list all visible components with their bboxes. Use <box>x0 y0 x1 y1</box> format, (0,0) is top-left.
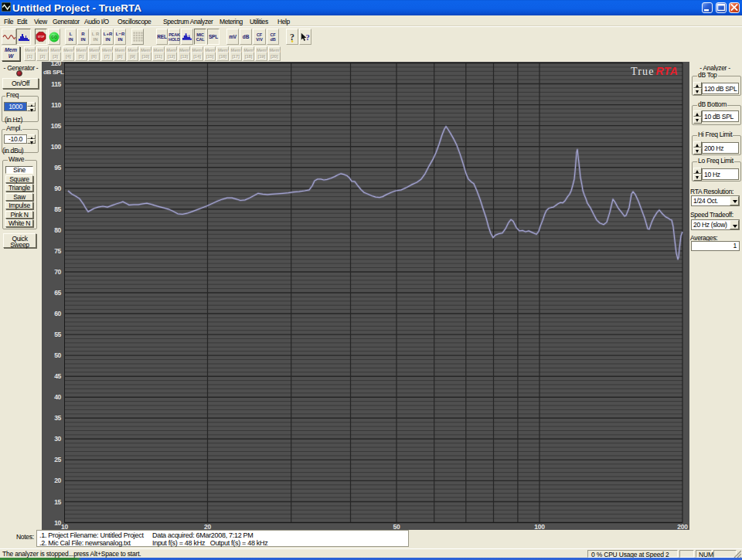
svg-text:15: 15 <box>54 498 61 506</box>
svg-text:120: 120 <box>51 62 62 67</box>
svg-text:40: 40 <box>54 393 61 401</box>
svg-text:80: 80 <box>54 226 61 234</box>
svg-text:10: 10 <box>61 523 68 530</box>
svg-text:45: 45 <box>54 372 61 380</box>
svg-text:30: 30 <box>54 435 61 443</box>
svg-text:100: 100 <box>534 523 545 530</box>
svg-text:85: 85 <box>54 205 61 213</box>
svg-text:65: 65 <box>54 289 61 297</box>
svg-text:?: ? <box>306 32 310 41</box>
svg-text:50: 50 <box>54 351 61 359</box>
svg-text:True: True <box>631 66 655 77</box>
svg-text:35: 35 <box>54 414 61 422</box>
svg-text:60: 60 <box>54 310 61 317</box>
svg-text:100: 100 <box>51 143 62 151</box>
svg-text:110: 110 <box>51 101 61 109</box>
svg-text:55: 55 <box>54 331 61 338</box>
svg-text:20: 20 <box>54 477 61 484</box>
svg-text:20: 20 <box>204 523 211 530</box>
svg-text:STOP: STOP <box>38 36 45 39</box>
svg-text:50: 50 <box>393 523 400 530</box>
svg-text:95: 95 <box>54 164 61 171</box>
svg-text:75: 75 <box>54 247 61 255</box>
svg-text:RTA: RTA <box>656 65 679 77</box>
svg-text:115: 115 <box>51 80 61 88</box>
svg-text:200: 200 <box>677 523 688 530</box>
svg-text:90: 90 <box>54 185 61 192</box>
svg-text:25: 25 <box>54 456 61 463</box>
svg-text:dB SPL: dB SPL <box>43 69 64 76</box>
svg-text:105: 105 <box>51 122 62 130</box>
svg-text:70: 70 <box>54 268 61 276</box>
svg-text:GO: GO <box>51 36 57 39</box>
